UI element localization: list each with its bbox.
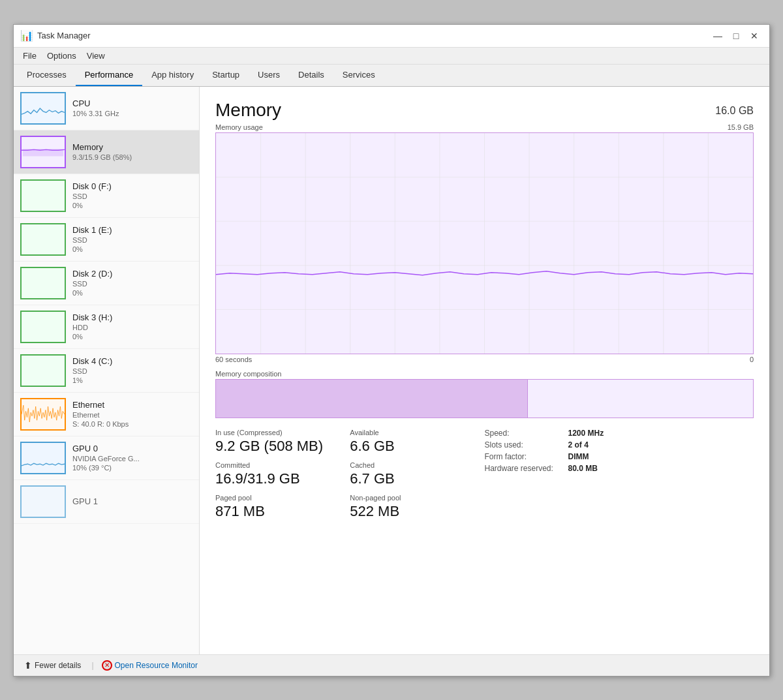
form-value: DIMM (568, 452, 589, 461)
svg-rect-4 (22, 224, 65, 254)
gpu0-usage: 10% (39 °C) (72, 464, 192, 472)
content-panel: Memory 16.0 GB Memory usage 15.9 GB (200, 87, 769, 654)
disk2-usage: 0% (72, 289, 192, 297)
disk0-thumbnail (20, 179, 66, 212)
available-value: 6.6 GB (350, 438, 478, 455)
menu-view[interactable]: View (82, 49, 110, 63)
svg-rect-6 (22, 312, 65, 342)
tab-services[interactable]: Services (333, 65, 384, 86)
slots-label: Slots used: (485, 440, 563, 449)
title-bar-left: 📊 Task Manager (20, 29, 91, 42)
disk1-info: Disk 1 (E:) SSD 0% (72, 225, 192, 253)
stat-speed-row: Speed: 1200 MHz (485, 429, 748, 438)
cpu-name: CPU (72, 99, 192, 108)
stat-committed: Committed 16.9/31.9 GB (215, 461, 350, 487)
sidebar-item-disk2[interactable]: Disk 2 (D:) SSD 0% (14, 262, 199, 305)
form-label: Form factor: (485, 452, 563, 461)
menu-bar: File Options View (14, 48, 769, 65)
svg-rect-7 (22, 356, 65, 386)
gpu0-model: NVIDIA GeForce G... (72, 455, 192, 463)
disk0-info: Disk 0 (F:) SSD 0% (72, 181, 192, 209)
menu-file[interactable]: File (18, 49, 42, 63)
paged-value: 871 MB (215, 503, 343, 520)
tab-processes[interactable]: Processes (18, 65, 76, 86)
stat-hw-row: Hardware reserved: 80.0 MB (485, 464, 748, 473)
gpu0-name: GPU 0 (72, 444, 192, 453)
sidebar-item-disk4[interactable]: Disk 4 (C:) SSD 1% (14, 349, 199, 393)
footer: ⬆ Fewer details | ✕ Open Resource Monito… (14, 654, 769, 676)
sidebar: CPU 10% 3.31 GHz Memory 9.3/15.9 GB (58%… (14, 87, 200, 654)
cpu-info: CPU 10% 3.31 GHz (72, 99, 192, 117)
disk0-usage: 0% (72, 202, 192, 209)
cached-value: 6.7 GB (350, 470, 478, 487)
minimize-button[interactable]: — (709, 29, 726, 43)
tab-users[interactable]: Users (249, 65, 289, 86)
composition-bar (215, 379, 754, 418)
ethernet-speed: S: 40.0 R: 0 Kbps (72, 420, 192, 428)
composition-label: Memory composition (215, 370, 754, 378)
disk4-info: Disk 4 (C:) SSD 1% (72, 356, 192, 384)
title-bar: 📊 Task Manager — □ ✕ (14, 25, 769, 48)
ethernet-type: Ethernet (72, 411, 192, 419)
ethernet-thumbnail (20, 398, 66, 431)
tab-bar: Processes Performance App history Startu… (14, 65, 769, 87)
task-manager-window: 📊 Task Manager — □ ✕ File Options View P… (13, 24, 770, 677)
sidebar-item-gpu1[interactable]: GPU 1 (14, 480, 199, 524)
gpu0-info: GPU 0 NVIDIA GeForce G... 10% (39 °C) (72, 444, 192, 472)
cpu-thumbnail (20, 92, 66, 125)
gpu1-info: GPU 1 (72, 496, 192, 506)
fewer-details-label: Fewer details (35, 661, 81, 670)
svg-rect-9 (22, 443, 65, 473)
memory-info: Memory 9.3/15.9 GB (58%) (72, 142, 192, 161)
disk4-type: SSD (72, 367, 192, 375)
stat-right: Speed: 1200 MHz Slots used: 2 of 4 Form … (485, 429, 754, 526)
disk0-name: Disk 0 (F:) (72, 181, 192, 191)
stat-paged: Paged pool 871 MB (215, 494, 350, 520)
sidebar-item-disk3[interactable]: Disk 3 (H:) HDD 0% (14, 305, 199, 349)
svg-rect-5 (22, 268, 65, 298)
up-arrow-icon: ⬆ (24, 660, 32, 671)
nonpaged-label: Non-paged pool (350, 494, 478, 502)
disk2-type: SSD (72, 280, 192, 288)
fewer-details-button[interactable]: ⬆ Fewer details (22, 659, 84, 672)
resource-monitor-link[interactable]: ✕ Open Resource Monitor (102, 660, 198, 671)
sidebar-item-cpu[interactable]: CPU 10% 3.31 GHz (14, 87, 199, 130)
chart-labels: Memory usage 15.9 GB (215, 123, 754, 131)
memory-thumbnail (20, 136, 66, 168)
stat-slots-row: Slots used: 2 of 4 (485, 440, 748, 449)
stat-in-use: In use (Compressed) 9.2 GB (508 MB) (215, 429, 350, 455)
disk3-name: Disk 3 (H:) (72, 312, 192, 322)
cached-label: Cached (350, 461, 478, 469)
tab-performance[interactable]: Performance (76, 65, 142, 86)
disk1-usage: 0% (72, 245, 192, 253)
in-use-label: In use (Compressed) (215, 429, 343, 436)
tab-startup[interactable]: Startup (203, 65, 249, 86)
disk4-usage: 1% (72, 376, 192, 384)
disk1-type: SSD (72, 236, 192, 244)
stat-cached: Cached 6.7 GB (350, 461, 484, 487)
sidebar-item-disk0[interactable]: Disk 0 (F:) SSD 0% (14, 174, 199, 218)
disk3-type: HDD (72, 324, 192, 331)
sidebar-item-memory[interactable]: Memory 9.3/15.9 GB (58%) (14, 130, 199, 174)
menu-options[interactable]: Options (42, 49, 82, 63)
tab-app-history[interactable]: App history (142, 65, 203, 86)
maximize-button[interactable]: □ (728, 29, 745, 43)
chart-time-start: 60 seconds (215, 356, 252, 363)
window-title: Task Manager (37, 31, 91, 40)
sidebar-item-gpu0[interactable]: GPU 0 NVIDIA GeForce G... 10% (39 °C) (14, 436, 199, 480)
disk1-name: Disk 1 (E:) (72, 225, 192, 235)
disk4-name: Disk 4 (C:) (72, 356, 192, 366)
composition-divider (527, 380, 528, 418)
title-bar-controls: — □ ✕ (709, 29, 763, 43)
svg-rect-0 (22, 93, 65, 123)
footer-separator: | (91, 661, 93, 670)
speed-value: 1200 MHz (568, 429, 604, 438)
tab-details[interactable]: Details (289, 65, 333, 86)
hw-label: Hardware reserved: (485, 464, 563, 473)
nonpaged-value: 522 MB (350, 503, 478, 520)
sidebar-item-ethernet[interactable]: Ethernet Ethernet S: 40.0 R: 0 Kbps (14, 393, 199, 436)
close-button[interactable]: ✕ (746, 29, 763, 43)
chart-max-label: 15.9 GB (728, 123, 754, 131)
chart-usage-label: Memory usage (215, 123, 263, 131)
sidebar-item-disk1[interactable]: Disk 1 (E:) SSD 0% (14, 218, 199, 262)
